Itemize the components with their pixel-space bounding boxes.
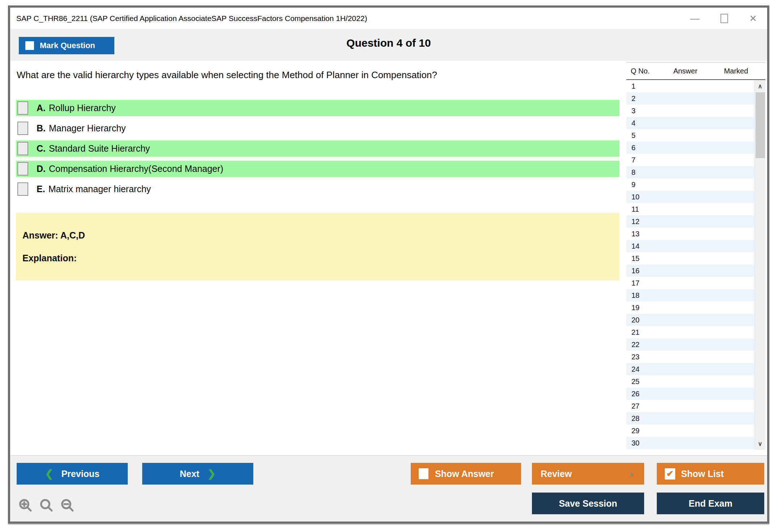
question-list-panel: Q No. Answer Marked 12345678910111213141…	[626, 62, 765, 453]
question-list-header: Q No. Answer Marked	[626, 63, 765, 80]
window-controls: — ✕	[690, 8, 757, 29]
minimize-button[interactable]: —	[690, 14, 699, 23]
show-list-button[interactable]: ✔ Show List	[657, 463, 764, 485]
answer-options-list: A.Rollup HierarchyB.Manager HierarchyC.S…	[16, 100, 620, 201]
next-label: Next	[180, 469, 199, 479]
header-strip: Mark Question Question 4 of 10	[10, 29, 767, 61]
option-checkbox[interactable]	[17, 101, 28, 115]
scroll-up-icon[interactable]: ∧	[755, 81, 765, 92]
answer-option-d[interactable]: D.Compensation Hierarchy(Second Manager)	[16, 161, 620, 177]
footer-bar: ❮ Previous Next ❯ Show Answer Review ▲ ✔…	[10, 455, 767, 522]
end-exam-label: End Exam	[689, 498, 732, 509]
chevron-right-icon: ❯	[207, 469, 216, 479]
show-answer-button[interactable]: Show Answer	[411, 463, 521, 485]
question-list-row-9[interactable]: 9	[626, 178, 754, 191]
answer-option-c[interactable]: C.Standard Suite Hierarchy	[16, 140, 620, 157]
question-list-row-3[interactable]: 3	[626, 105, 754, 117]
question-list-row-18[interactable]: 18	[626, 289, 754, 301]
title-bar: SAP C_THR86_2211 (SAP Certified Applicat…	[10, 8, 767, 29]
review-label: Review	[541, 469, 572, 479]
column-header-qno: Q No.	[626, 67, 664, 75]
question-list-row-22[interactable]: 22	[626, 338, 754, 351]
question-list-row-19[interactable]: 19	[626, 301, 754, 314]
maximize-button[interactable]	[720, 14, 728, 23]
question-list-row-20[interactable]: 20	[626, 314, 754, 326]
question-panel: What are the valid hierarchy types avail…	[16, 61, 620, 455]
question-list-row-8[interactable]: 8	[626, 166, 754, 178]
question-counter: Question 4 of 10	[10, 37, 767, 49]
explanation-label: Explanation:	[22, 253, 620, 263]
next-button[interactable]: Next ❯	[142, 463, 253, 485]
save-session-button[interactable]: Save Session	[532, 493, 644, 514]
question-list-row-7[interactable]: 7	[626, 154, 754, 166]
question-list-row-2[interactable]: 2	[626, 92, 754, 105]
exam-app-window: SAP C_THR86_2211 (SAP Certified Applicat…	[8, 5, 769, 524]
option-letter: A.	[37, 103, 46, 113]
option-text: Standard Suite Hierarchy	[49, 143, 150, 154]
question-list-row-27[interactable]: 27	[626, 400, 754, 412]
option-text: Matrix manager hierarchy	[48, 184, 151, 194]
show-list-label: Show List	[681, 469, 724, 479]
option-letter: E.	[37, 184, 45, 194]
zoom-toolbar	[18, 498, 75, 514]
answer-option-e[interactable]: E.Matrix manager hierarchy	[16, 181, 620, 197]
answer-option-a[interactable]: A.Rollup Hierarchy	[16, 100, 620, 116]
question-list-row-24[interactable]: 24	[626, 363, 754, 375]
question-list-row-29[interactable]: 29	[626, 425, 754, 437]
question-list-body: 1234567891011121314151617181920212223242…	[626, 80, 765, 450]
question-list-row-12[interactable]: 12	[626, 215, 754, 228]
question-list-row-6[interactable]: 6	[626, 142, 754, 154]
question-list-row-21[interactable]: 21	[626, 326, 754, 338]
window-title: SAP C_THR86_2211 (SAP Certified Applicat…	[10, 14, 367, 23]
question-rows: 1234567891011121314151617181920212223242…	[626, 80, 754, 450]
answer-text: Answer: A,C,D	[22, 230, 620, 241]
option-checkbox[interactable]	[17, 142, 28, 155]
zoom-in-icon[interactable]	[18, 498, 33, 514]
scrollbar-thumb[interactable]	[756, 92, 765, 158]
answer-option-b[interactable]: B.Manager Hierarchy	[16, 120, 620, 136]
show-answer-label: Show Answer	[435, 469, 494, 479]
option-text: Compensation Hierarchy(Second Manager)	[49, 164, 223, 174]
question-list-row-26[interactable]: 26	[626, 388, 754, 400]
scrollbar[interactable]: ∧ ∨	[754, 80, 765, 450]
column-header-answer: Answer	[664, 67, 707, 75]
zoom-out-icon[interactable]	[60, 498, 75, 514]
column-header-marked: Marked	[707, 67, 765, 75]
question-list-row-1[interactable]: 1	[626, 80, 754, 92]
save-session-label: Save Session	[559, 498, 617, 509]
option-text: Manager Hierarchy	[49, 123, 126, 134]
question-list-row-30[interactable]: 30	[626, 437, 754, 449]
close-button[interactable]: ✕	[749, 14, 757, 23]
question-list-row-25[interactable]: 25	[626, 375, 754, 388]
chevron-left-icon: ❮	[45, 469, 53, 479]
question-list-row-23[interactable]: 23	[626, 351, 754, 363]
question-list-row-28[interactable]: 28	[626, 412, 754, 425]
question-list-row-4[interactable]: 4	[626, 117, 754, 129]
previous-button[interactable]: ❮ Previous	[17, 463, 128, 485]
content-area: What are the valid hierarchy types avail…	[10, 61, 767, 455]
option-checkbox[interactable]	[17, 182, 28, 196]
option-text: Rollup Hierarchy	[49, 103, 116, 113]
question-list-row-10[interactable]: 10	[626, 191, 754, 203]
show-list-checkbox[interactable]: ✔	[665, 468, 675, 480]
magnifier-icon[interactable]	[39, 498, 54, 514]
option-letter: B.	[37, 123, 46, 134]
question-list-row-13[interactable]: 13	[626, 228, 754, 240]
scroll-down-icon[interactable]: ∨	[755, 438, 765, 449]
option-letter: D.	[37, 164, 46, 174]
question-list-row-14[interactable]: 14	[626, 240, 754, 252]
end-exam-button[interactable]: End Exam	[657, 493, 764, 514]
question-list-row-11[interactable]: 11	[626, 203, 754, 215]
question-text: What are the valid hierarchy types avail…	[17, 69, 437, 81]
option-checkbox[interactable]	[17, 162, 28, 176]
show-answer-checkbox[interactable]	[419, 468, 428, 479]
question-list-row-17[interactable]: 17	[626, 277, 754, 289]
answer-explanation-box: Answer: A,C,D Explanation:	[16, 213, 620, 280]
question-list-row-16[interactable]: 16	[626, 265, 754, 277]
option-checkbox[interactable]	[17, 122, 28, 135]
review-button[interactable]: Review ▲	[532, 463, 644, 485]
question-list-row-5[interactable]: 5	[626, 129, 754, 142]
option-letter: C.	[37, 143, 46, 154]
question-list-row-15[interactable]: 15	[626, 252, 754, 265]
caret-up-icon: ▲	[627, 470, 635, 478]
